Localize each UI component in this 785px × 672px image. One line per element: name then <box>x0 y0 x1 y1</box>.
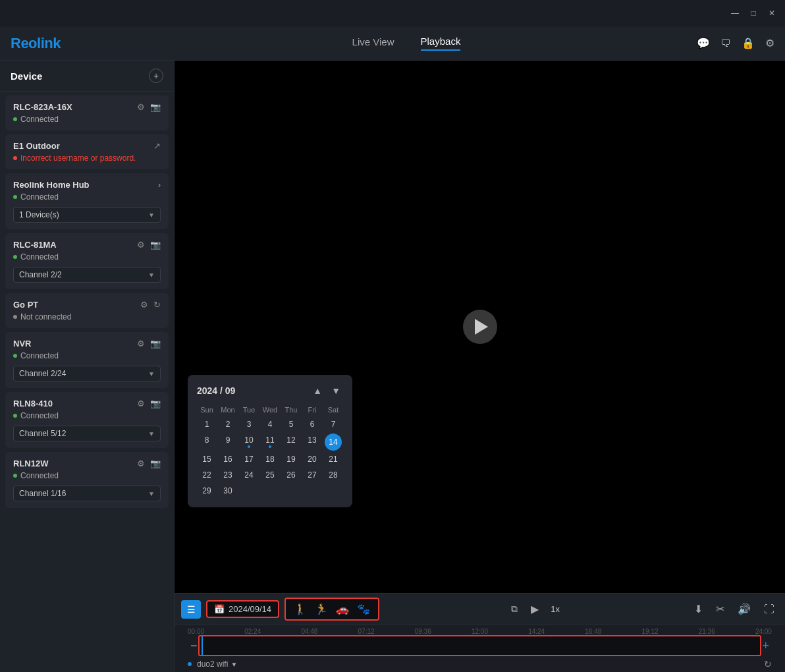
video-area[interactable]: 2024 / 09 ▲ ▼ SunMonTueWedThuFriSat12345… <box>175 61 785 593</box>
close-button[interactable]: ✕ <box>767 8 777 18</box>
message-icon[interactable]: 🗨 <box>720 38 731 49</box>
cal-day-header: Thu <box>281 404 301 416</box>
cal-day[interactable]: 21 <box>323 452 343 466</box>
channel-select-label: Channel 2/24 <box>19 369 66 378</box>
cal-day[interactable]: 10 <box>239 433 259 451</box>
status-dot-3 <box>13 255 17 259</box>
cal-day[interactable]: 17 <box>239 452 259 466</box>
cal-day[interactable]: 4 <box>260 417 280 432</box>
channel-select-7[interactable]: Channel 1/16 ▼ <box>13 486 161 501</box>
device-card-5[interactable]: NVR ⚙📷 Connected Channel 2/24 ▼ <box>5 332 169 388</box>
cal-day[interactable]: 19 <box>281 452 301 466</box>
ruler-tick: 24:00 <box>755 628 772 635</box>
device-card-2[interactable]: Reolink Home Hub › Connected 1 Device(s)… <box>5 173 169 229</box>
play-pause-button[interactable]: ▶ <box>527 600 543 618</box>
device-settings-icon[interactable]: ⚙ <box>137 459 145 468</box>
status-dot-5 <box>13 354 17 358</box>
timeline-cursor <box>202 636 203 655</box>
calendar-prev-button[interactable]: ▲ <box>310 384 325 397</box>
cal-day[interactable]: 13 <box>302 433 322 451</box>
device-name-5: NVR <box>13 339 31 349</box>
cal-day[interactable]: 1 <box>197 417 217 432</box>
channel-select-2[interactable]: 1 Device(s) ▼ <box>13 207 161 223</box>
chat-icon[interactable]: 💬 <box>697 37 710 49</box>
tab-live-view[interactable]: Live View <box>352 36 394 50</box>
device-header-3: RLC-81MA ⚙📷 <box>13 240 161 250</box>
list-view-button[interactable]: ☰ <box>181 600 201 619</box>
device-settings-icon[interactable]: ⚙ <box>140 300 148 310</box>
device-settings-icon[interactable]: ⚙ <box>137 102 145 112</box>
scissors-button[interactable]: ✂ <box>712 600 728 618</box>
cal-day[interactable]: 2 <box>218 417 238 432</box>
settings-icon[interactable]: ⚙ <box>765 37 774 49</box>
status-text-4: Not connected <box>20 312 71 322</box>
device-card-4[interactable]: Go PT ⚙↻ Not connected <box>5 293 169 328</box>
filter-group: 🚶 🏃 🚗 🐾 <box>284 598 379 621</box>
lock-icon[interactable]: 🔒 <box>742 37 755 49</box>
cal-day[interactable]: 16 <box>218 452 238 466</box>
cal-day[interactable]: 8 <box>197 433 217 451</box>
cal-day[interactable]: 18 <box>260 452 280 466</box>
device-external-icon[interactable]: ↗ <box>153 141 161 151</box>
cal-day[interactable]: 12 <box>281 433 301 451</box>
device-name-3: RLC-81MA <box>13 240 57 250</box>
motion-filter-icon[interactable]: 🏃 <box>312 602 331 617</box>
device-list: RLC-823A-16X ⚙📷 Connected E1 Outdoor ↗ I… <box>0 96 174 508</box>
cal-day[interactable]: 29 <box>197 484 217 498</box>
play-button[interactable] <box>463 310 497 344</box>
cal-day[interactable]: 5 <box>281 417 301 432</box>
device-name-7: RLN12W <box>13 459 48 468</box>
channel-select-5[interactable]: Channel 2/24 ▼ <box>13 366 161 381</box>
cal-day[interactable]: 30 <box>218 484 238 498</box>
device-settings-icon[interactable]: ⚙ <box>137 339 145 349</box>
device-card-6[interactable]: RLN8-410 ⚙📷 Connected Channel 5/12 ▼ <box>5 392 169 448</box>
minimize-button[interactable]: — <box>730 8 740 18</box>
device-settings-icon[interactable]: ⚙ <box>137 240 145 250</box>
cal-day[interactable]: 15 <box>197 452 217 466</box>
cal-day[interactable]: 14 <box>325 434 342 451</box>
cal-day[interactable]: 28 <box>323 468 343 482</box>
timeline-zoom-in-button[interactable]: + <box>762 639 769 653</box>
status-dot-1 <box>13 156 17 160</box>
status-text-3: Connected <box>20 252 59 262</box>
download-button[interactable]: ⬇ <box>690 600 707 618</box>
cal-day[interactable]: 24 <box>239 468 259 482</box>
device-header-1: E1 Outdoor ↗ <box>13 141 161 151</box>
cal-day[interactable]: 23 <box>218 468 238 482</box>
calendar-next-button[interactable]: ▼ <box>329 384 343 397</box>
device-card-0[interactable]: RLC-823A-16X ⚙📷 Connected <box>5 96 169 130</box>
timeline-zoom-out-button[interactable]: − <box>190 639 198 653</box>
copy-button[interactable]: ⧉ <box>507 601 522 617</box>
volume-button[interactable]: 🔊 <box>734 600 755 618</box>
cal-day[interactable]: 26 <box>281 468 301 482</box>
channel-dropdown[interactable]: duo2 wifi ▼ <box>197 659 237 669</box>
cal-day[interactable]: 11 <box>260 433 280 451</box>
cal-day[interactable]: 22 <box>197 468 217 482</box>
channel-select-arrow-icon: ▼ <box>148 490 155 497</box>
person-filter-icon[interactable]: 🚶 <box>291 602 310 617</box>
device-refresh-icon[interactable]: ↻ <box>153 300 161 310</box>
cal-day[interactable]: 7 <box>323 417 343 432</box>
animal-filter-icon[interactable]: 🐾 <box>354 602 373 617</box>
device-card-7[interactable]: RLN12W ⚙📷 Connected Channel 1/16 ▼ <box>5 452 169 508</box>
cal-day[interactable]: 27 <box>302 468 322 482</box>
tab-playback[interactable]: Playback <box>421 36 461 51</box>
fullscreen-button[interactable]: ⛶ <box>760 601 778 618</box>
channel-select-3[interactable]: Channel 2/2 ▼ <box>13 267 161 283</box>
add-device-button[interactable]: + <box>149 69 163 83</box>
vehicle-filter-icon[interactable]: 🚗 <box>333 602 352 617</box>
date-picker-button[interactable]: 📅 2024/09/14 <box>206 600 279 618</box>
cal-day[interactable]: 6 <box>302 417 322 432</box>
device-settings-icon[interactable]: ⚙ <box>137 399 145 408</box>
cal-day[interactable]: 9 <box>218 433 238 451</box>
cal-day[interactable]: 20 <box>302 452 322 466</box>
maximize-button[interactable]: □ <box>748 8 759 18</box>
device-card-3[interactable]: RLC-81MA ⚙📷 Connected Channel 2/2 ▼ <box>5 233 169 289</box>
refresh-icon[interactable]: ↻ <box>764 659 772 669</box>
timeline-track[interactable] <box>198 635 761 656</box>
cal-day[interactable]: 25 <box>260 468 280 482</box>
cal-day[interactable]: 3 <box>239 417 259 432</box>
channel-select-6[interactable]: Channel 5/12 ▼ <box>13 426 161 441</box>
ruler-tick: 09:36 <box>415 628 431 635</box>
device-card-1[interactable]: E1 Outdoor ↗ Incorrect username or passw… <box>5 134 169 169</box>
